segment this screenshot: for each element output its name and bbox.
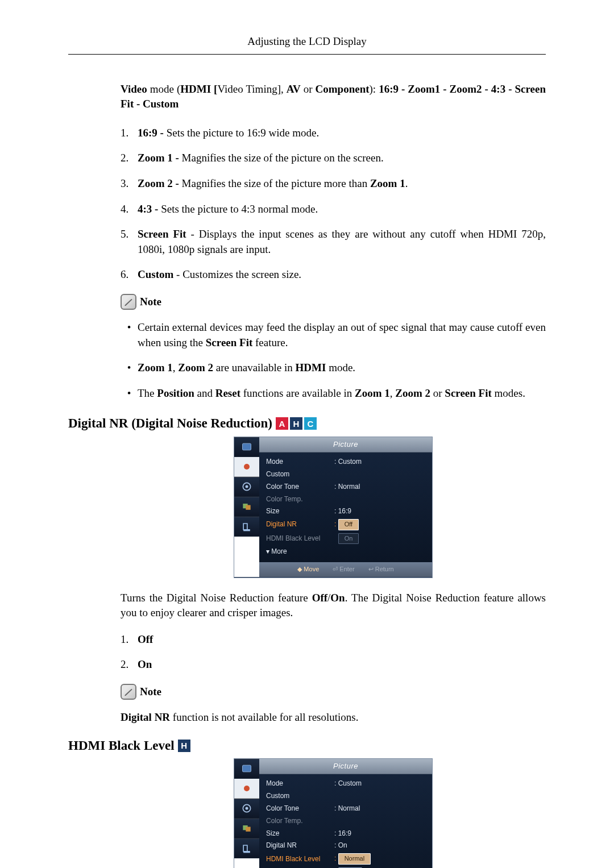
osd-row: Size: 16:9 — [259, 827, 432, 840]
svg-rect-0 — [243, 443, 251, 450]
note-label: Note — [140, 684, 161, 700]
osd-title: Picture — [259, 759, 432, 774]
osd-row: Mode: Custom — [259, 456, 432, 468]
osd-row: Size: 16:9 — [259, 505, 432, 518]
svg-point-3 — [246, 485, 248, 488]
dnr-note-text: Digital NR function is not available for… — [121, 710, 546, 725]
svg-point-10 — [246, 807, 248, 810]
osd-hint-enter: ⏎ Enter — [333, 565, 354, 574]
osd-row: Custom — [259, 468, 432, 480]
list-item: 4.4:3 - Sets the picture to 4:3 normal m… — [121, 202, 546, 217]
list-item: •The Position and Reset functions are av… — [121, 386, 546, 401]
svg-rect-13 — [243, 851, 250, 853]
osd-sidebar — [234, 759, 259, 868]
osd-hint-move: ◆ Move — [297, 565, 319, 574]
svg-rect-5 — [246, 505, 250, 510]
video-mode-intro: Video mode (HDMI [Video Timing], AV or C… — [121, 82, 546, 112]
osd-row: Mode: Custom — [259, 778, 432, 790]
osd-row: Color Temp. — [259, 815, 432, 827]
osd-option: On — [338, 533, 359, 544]
note-list: •Certain external devices may feed the d… — [121, 320, 546, 401]
list-item: 1.Off — [121, 632, 546, 647]
info-tab-icon — [234, 838, 259, 858]
page-header: Adjusting the LCD Display — [68, 34, 546, 55]
dnr-options-list: 1.Off 2.On — [121, 632, 546, 672]
content-body: Video mode (HDMI [Video Timing], AV or C… — [68, 82, 546, 868]
osd-title: Picture — [259, 437, 432, 452]
osd-row-highlight: Digital NR: Off — [259, 518, 432, 531]
section-title: HDMI Black Level — [68, 737, 175, 755]
osd-option-selected: Normal — [338, 853, 371, 864]
note-icon — [121, 294, 136, 310]
osd-row: Color Temp. — [259, 493, 432, 505]
list-item: •Zoom 1, Zoom 2 are unavailable in HDMI … — [121, 360, 546, 376]
picture-tab-icon — [234, 759, 259, 779]
mode-badges: H — [178, 740, 190, 752]
note-heading: Note — [121, 684, 546, 700]
osd-row: ▾ More: Low — [259, 866, 432, 868]
list-item: 6.Custom - Customizes the screen size. — [121, 267, 546, 283]
badge-c-icon: C — [304, 417, 317, 430]
section-hdmi-black-level: HDMI Black Level H — [68, 737, 546, 755]
badge-h-icon: H — [178, 740, 190, 752]
list-item: 1.16:9 - Sets the picture to 16:9 wide m… — [121, 126, 546, 141]
svg-point-1 — [244, 464, 250, 470]
svg-rect-6 — [243, 529, 250, 531]
osd-footer: ◆ Move ⏎ Enter ↩ Return — [259, 562, 432, 576]
osd-picture-menu: Picture Mode: Custom Custom Color Tone: … — [234, 758, 433, 868]
multi-tab-icon — [234, 497, 259, 517]
osd-hint-return: ↩ Return — [368, 565, 394, 574]
osd-option-selected: Off — [338, 519, 359, 530]
picture-tab-icon — [234, 437, 259, 457]
info-tab-icon — [234, 517, 259, 537]
badge-a-icon: A — [276, 417, 288, 430]
intro-video-bold: Video — [121, 83, 147, 95]
svg-point-8 — [244, 786, 250, 791]
section-digital-nr: Digital NR (Digital Noise Reduction) A H… — [68, 414, 546, 433]
sound-tab-icon — [234, 457, 259, 477]
note-icon — [121, 684, 136, 700]
setup-tab-icon — [234, 799, 259, 819]
osd-picture-menu: Picture Mode: Custom Custom Color Tone: … — [234, 437, 433, 578]
osd-sidebar — [234, 437, 259, 577]
page-title: Adjusting the LCD Display — [247, 35, 367, 47]
osd-rows: Mode: Custom Custom Color Tone: Normal C… — [259, 774, 432, 868]
osd-row: ▾ More — [259, 545, 432, 558]
svg-rect-7 — [243, 765, 251, 772]
size-options-list: 1.16:9 - Sets the picture to 16:9 wide m… — [121, 126, 546, 283]
list-item: 5.Screen Fit - Displays the input scenes… — [121, 227, 546, 257]
list-item: 3.Zoom 2 - Magnifies the size of the pic… — [121, 176, 546, 192]
setup-tab-icon — [234, 477, 259, 497]
note-heading: Note — [121, 294, 546, 310]
osd-rows: Mode: Custom Custom Color Tone: Normal C… — [259, 452, 432, 563]
digital-nr-desc: Turns the Digital Noise Reduction featur… — [121, 591, 546, 621]
svg-rect-12 — [246, 827, 250, 832]
badge-h-icon: H — [290, 417, 302, 430]
osd-row: Custom — [259, 790, 432, 803]
list-item: •Certain external devices may feed the d… — [121, 320, 546, 350]
note-label: Note — [140, 294, 161, 310]
mode-badges: A H C — [276, 417, 317, 430]
osd-row-highlight: HDMI Black Level: Normal — [259, 852, 432, 866]
osd-row: Digital NR: On — [259, 840, 432, 852]
osd-row: HDMI Black Level: On — [259, 531, 432, 545]
osd-row: Color Tone: Normal — [259, 803, 432, 815]
section-title: Digital NR (Digital Noise Reduction) — [68, 414, 272, 433]
list-item: 2.On — [121, 657, 546, 672]
osd-row: Color Tone: Normal — [259, 480, 432, 493]
multi-tab-icon — [234, 819, 259, 838]
list-item: 2.Zoom 1 - Magnifies the size of the pic… — [121, 151, 546, 166]
sound-tab-icon — [234, 779, 259, 799]
